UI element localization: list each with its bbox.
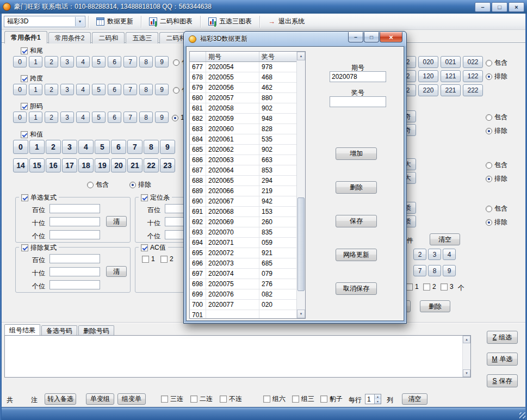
table-row[interactable]: 6772020054978 xyxy=(190,62,296,72)
danma-checkbox[interactable]: 胆码 xyxy=(21,102,43,111)
combo-include-radio[interactable]: 包含 xyxy=(486,58,507,67)
hezhi-number-button[interactable]: 5 xyxy=(95,140,110,154)
hezhi-number-button[interactable]: 23 xyxy=(160,158,175,172)
hewei-number-button[interactable]: 4 xyxy=(76,56,90,67)
hezhi-number-button[interactable]: 9 xyxy=(160,140,175,154)
zuliu-checkbox[interactable]: 组六 xyxy=(263,394,286,404)
main-tab-1[interactable]: 常用条件2 xyxy=(48,32,91,44)
network-update-button[interactable]: 网络更新 xyxy=(336,249,377,261)
to-backup-button[interactable]: 转入备选 xyxy=(45,393,76,405)
erlian-checkbox[interactable]: 二连 xyxy=(190,394,213,404)
paichu-fushi-checkbox[interactable]: 排除复式 xyxy=(19,243,59,252)
hewei-number-button[interactable]: 1 xyxy=(29,56,42,67)
scroll-down-icon[interactable]: ▼ xyxy=(463,369,470,377)
table-row[interactable]: 6812020058902 xyxy=(190,103,296,114)
danma-number-button[interactable]: 3 xyxy=(60,112,74,123)
danma-number-button[interactable]: 2 xyxy=(45,112,58,123)
table-row[interactable]: 6782020055468 xyxy=(190,72,296,83)
hezhi-number-button[interactable]: 22 xyxy=(144,158,159,172)
hezhi-number-button[interactable]: 2 xyxy=(46,140,61,154)
combo-button[interactable]: 021 xyxy=(441,56,461,68)
kuadu-number-button[interactable]: 2 xyxy=(45,84,58,95)
kuadu-number-button[interactable]: 6 xyxy=(108,84,121,95)
baozi-checkbox[interactable]: 豹子 xyxy=(320,394,343,404)
ac-checkbox[interactable]: AC值 xyxy=(139,243,168,252)
hezhi-number-button[interactable]: 16 xyxy=(46,158,61,172)
combo-button[interactable]: 120 xyxy=(418,70,438,82)
result-tab-0[interactable]: 组号结果 xyxy=(4,324,40,336)
resize-grip[interactable] xyxy=(519,412,525,418)
numpad-button[interactable]: 2 xyxy=(413,249,426,260)
table-row[interactable]: 6852020062902 xyxy=(190,145,296,155)
kuadu-number-button[interactable]: 3 xyxy=(60,84,74,95)
cancel-save-button[interactable]: 取消保存 xyxy=(336,282,377,295)
hezhi-checkbox[interactable]: 和值 xyxy=(21,130,43,139)
table-row[interactable]: 6992020076082 xyxy=(190,289,296,300)
add-button[interactable]: 增加 xyxy=(336,147,377,160)
numpad-button[interactable]: 3 xyxy=(428,249,441,260)
danma-number-button[interactable]: 6 xyxy=(108,112,121,123)
perline-spinner[interactable]: 1 ▲ ▼ xyxy=(365,394,381,404)
size-include-radio[interactable]: 包含 xyxy=(486,160,507,170)
paichu-bai-input[interactable] xyxy=(49,254,100,263)
hewei-number-button[interactable]: 7 xyxy=(123,56,137,67)
numpad-button[interactable]: 4 xyxy=(443,249,456,260)
zusan-checkbox[interactable]: 组三 xyxy=(292,394,314,404)
table-row[interactable]: 6952020072921 xyxy=(190,248,296,258)
kuadu-number-button[interactable]: 8 xyxy=(139,84,153,95)
danma-number-button[interactable]: 0 xyxy=(13,112,27,123)
parity-exclude-radio[interactable]: 排除 xyxy=(486,126,507,135)
kuadu-number-button[interactable]: 4 xyxy=(76,84,90,95)
combo-button[interactable]: 022 xyxy=(463,56,483,68)
danma-number-button[interactable]: 9 xyxy=(155,112,169,123)
scroll-up-icon[interactable]: ▲ xyxy=(463,336,470,343)
hezhi-number-button[interactable]: 19 xyxy=(95,158,110,172)
spin-up-icon[interactable]: ▲ xyxy=(375,394,381,399)
toolbar-fivethree-chart-button[interactable]: 五选三图表 xyxy=(203,15,257,28)
save-data-button[interactable]: 保存 xyxy=(336,215,377,227)
table-row[interactable]: 6912020068153 xyxy=(190,207,296,217)
combo-button[interactable]: 122 xyxy=(463,70,483,82)
prime-include-radio[interactable]: 包含 xyxy=(486,204,507,213)
table-row[interactable]: 6962020073685 xyxy=(190,258,296,269)
header-cell[interactable]: 期号 xyxy=(206,52,259,61)
table-row[interactable]: 6922020069260 xyxy=(190,217,296,227)
danxuan-shi-input[interactable] xyxy=(49,217,100,226)
spin-down-icon[interactable]: ▼ xyxy=(375,399,381,404)
minimize-button[interactable]: – xyxy=(475,2,491,12)
table-row[interactable]: 6842020061535 xyxy=(190,134,296,145)
parity-include-radio[interactable]: 包含 xyxy=(486,113,507,122)
numpad-button[interactable]: 9 xyxy=(443,265,456,276)
count-3-checkbox[interactable]: 3 xyxy=(441,283,454,291)
table-row[interactable]: 6982020075276 xyxy=(190,279,296,289)
kuadu-number-button[interactable]: 0 xyxy=(13,84,27,95)
hezhi-number-button[interactable]: 0 xyxy=(13,140,28,154)
hezhi-number-button[interactable]: 17 xyxy=(62,158,77,172)
save-button[interactable]: S 保存 xyxy=(487,374,518,387)
toolbar-exit-button[interactable]: → 退出系统 xyxy=(263,15,309,28)
group-to-single-button[interactable]: 组变单 xyxy=(117,393,146,405)
dingweisha-checkbox[interactable]: 定位杀 xyxy=(139,193,172,202)
table-row[interactable]: 6942020071059 xyxy=(190,238,296,248)
dialog-close-button[interactable]: × xyxy=(380,32,402,42)
header-cell[interactable]: 奖号 xyxy=(259,52,296,61)
delete-button[interactable]: 删除 xyxy=(336,181,377,194)
main-tab-3[interactable]: 五选三 xyxy=(126,32,158,44)
hewei-number-button[interactable]: 6 xyxy=(108,56,121,67)
danxuan-clear-button[interactable]: 清 xyxy=(106,216,127,227)
kuadu-number-button[interactable]: 1 xyxy=(29,84,42,95)
spinner-arrows[interactable]: ▲ ▼ xyxy=(374,394,381,404)
scroll-thumb[interactable] xyxy=(297,197,305,291)
main-tab-2[interactable]: 二码和 xyxy=(92,32,125,44)
hezhi-number-button[interactable]: 6 xyxy=(111,140,126,154)
result-scrollbar[interactable]: ▲ ▼ xyxy=(462,336,470,377)
hezhi-number-button[interactable]: 1 xyxy=(29,140,45,154)
table-row[interactable]: 6972020074079 xyxy=(190,269,296,279)
danma-number-button[interactable]: 7 xyxy=(123,112,137,123)
hezhi-exclude-radio[interactable]: 排除 xyxy=(129,180,151,189)
danma-number-button[interactable]: 1 xyxy=(29,112,42,123)
hewei-number-button[interactable]: 0 xyxy=(13,56,27,67)
kuadu-number-button[interactable]: 9 xyxy=(155,84,169,95)
result-tab-1[interactable]: 备选号码 xyxy=(41,325,77,336)
dialog-minimize-button[interactable]: – xyxy=(348,32,363,42)
